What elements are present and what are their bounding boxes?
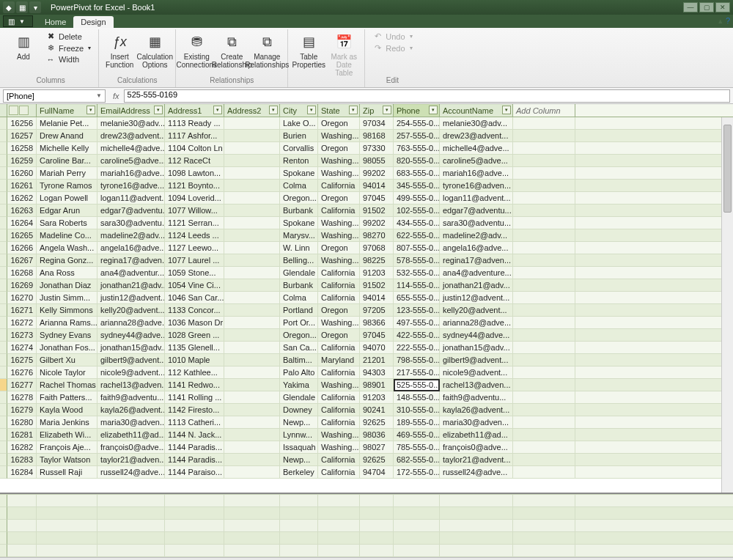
qat-dropdown-icon[interactable]: ▾: [29, 1, 41, 13]
cell-id[interactable]: 16261: [7, 180, 37, 192]
cell-zp[interactable]: 94303: [360, 366, 394, 379]
cell-a2[interactable]: [224, 429, 280, 441]
vertical-scrollbar[interactable]: [721, 117, 733, 493]
excel-icon[interactable]: ▦: [16, 1, 28, 13]
cell-a1[interactable]: 1077 Willow...: [165, 205, 224, 217]
table-row[interactable]: 16279Kayla Woodkayla26@advent...1142 Fir…: [0, 404, 733, 416]
cell-a1[interactable]: 1144 Paradis...: [165, 454, 224, 466]
cell-id[interactable]: 16277: [7, 379, 37, 391]
cell-a1[interactable]: 1094 Loverid...: [165, 192, 224, 205]
cell-zp[interactable]: 92625: [360, 416, 394, 429]
cell-fn[interactable]: Michelle Kelly: [37, 142, 97, 155]
col-zip[interactable]: Zip▾: [360, 104, 394, 117]
cell-id[interactable]: 16259: [7, 155, 37, 167]
delete-button[interactable]: ✖Delete: [43, 31, 94, 42]
cell-st[interactable]: Washing...: [318, 379, 360, 391]
cell-ci[interactable]: Newp...: [280, 454, 318, 466]
cell-a2[interactable]: [224, 192, 280, 205]
filter-icon[interactable]: ▾: [383, 106, 391, 114]
table-row[interactable]: 16282François Aje...françois0@adve...114…: [0, 441, 733, 454]
col-city[interactable]: City▾: [280, 104, 318, 117]
cell-id[interactable]: 16276: [7, 366, 37, 379]
row-header[interactable]: [0, 317, 7, 329]
table-row[interactable]: 16262Logan Powelllogan11@advent...1094 L…: [0, 192, 733, 205]
cell-st[interactable]: California: [318, 342, 360, 354]
calc-options-button[interactable]: ▦Calculation Options: [139, 31, 171, 70]
cell-a1[interactable]: 1144 Paraiso...: [165, 466, 224, 479]
cell-ph[interactable]: 123-555-0...: [394, 304, 440, 317]
table-row[interactable]: 16275Gilbert Xugilbert9@advent...1010 Ma…: [0, 354, 733, 366]
cell-em[interactable]: kayla26@advent...: [97, 404, 165, 416]
cell-add[interactable]: [513, 254, 575, 267]
cell-em[interactable]: justin12@advent...: [97, 292, 165, 304]
cell-add[interactable]: [513, 180, 575, 192]
cell-em[interactable]: maria30@adven...: [97, 416, 165, 429]
row-header[interactable]: [0, 267, 7, 279]
cell-fn[interactable]: Caroline Bar...: [37, 155, 97, 167]
cell-st[interactable]: Oregon: [318, 117, 360, 130]
cell-ci[interactable]: Yakima: [280, 379, 318, 391]
cell-st[interactable]: Oregon: [318, 242, 360, 254]
cell-zp[interactable]: 97330: [360, 142, 394, 155]
filter-icon[interactable]: ▾: [86, 106, 95, 114]
cell-add[interactable]: [513, 466, 575, 479]
cell-st[interactable]: Oregon: [318, 192, 360, 205]
cell-fn[interactable]: Kayla Wood: [37, 404, 97, 416]
cell-a1[interactable]: 1059 Stone...: [165, 267, 224, 279]
cell-ci[interactable]: Spokane: [280, 217, 318, 229]
cell-id[interactable]: 16272: [7, 317, 37, 329]
cell-add[interactable]: [513, 441, 575, 454]
mark-date-table-button[interactable]: 📅Mark as Date Table: [328, 31, 360, 78]
cell-a1[interactable]: 1127 Leewo...: [165, 242, 224, 254]
cell-zp[interactable]: 97034: [360, 117, 394, 130]
cell-fn[interactable]: François Aje...: [37, 441, 97, 454]
cell-a2[interactable]: [224, 205, 280, 217]
filter-icon[interactable]: ▾: [213, 106, 222, 114]
cell-ph[interactable]: 820-555-0...: [394, 155, 440, 167]
table-row[interactable]: 16257Drew Ananddrew23@advent...1117 Ashf…: [0, 130, 733, 142]
cell-a1[interactable]: 1144 N. Jack...: [165, 429, 224, 441]
cell-a1[interactable]: 1028 Green ...: [165, 329, 224, 342]
cell-st[interactable]: Washing...: [318, 155, 360, 167]
cell-zp[interactable]: 91502: [360, 205, 394, 217]
cell-ac[interactable]: jonathan15@adv...: [440, 342, 513, 354]
cell-ph[interactable]: 172-555-0...: [394, 466, 440, 479]
filter-icon[interactable]: ▾: [307, 106, 316, 114]
cell-ci[interactable]: Palo Alto: [280, 366, 318, 379]
cell-ph[interactable]: 807-555-0...: [394, 242, 440, 254]
cell-ac[interactable]: tyrone16@adven...: [440, 180, 513, 192]
table-row[interactable]: 16281Elizabeth Wi...elizabeth11@ad...114…: [0, 429, 733, 441]
table-row[interactable]: 16256Melanie Pet...melanie30@adv...1113 …: [0, 117, 733, 130]
cell-a1[interactable]: 1133 Concor...: [165, 304, 224, 317]
row-header[interactable]: [0, 454, 7, 466]
cell-a1[interactable]: 1036 Mason Dr: [165, 317, 224, 329]
cell-add[interactable]: [513, 391, 575, 404]
row-header[interactable]: [0, 342, 7, 354]
row-header[interactable]: [0, 205, 7, 217]
cell-a1[interactable]: 1144 Paradis...: [165, 441, 224, 454]
cell-a2[interactable]: [224, 404, 280, 416]
cell-a2[interactable]: [224, 342, 280, 354]
cell-ci[interactable]: Burbank: [280, 205, 318, 217]
cell-ph[interactable]: 114-555-0...: [394, 279, 440, 292]
cell-ci[interactable]: Burbank: [280, 279, 318, 292]
cell-id[interactable]: 16284: [7, 466, 37, 479]
calc-row[interactable]: [0, 495, 733, 507]
cell-id[interactable]: 16270: [7, 292, 37, 304]
cell-em[interactable]: melanie30@adv...: [97, 117, 165, 130]
cell-id[interactable]: 16265: [7, 229, 37, 242]
cell-ci[interactable]: Burien: [280, 130, 318, 142]
cell-fn[interactable]: Arianna Rams...: [37, 317, 97, 329]
cell-add[interactable]: [513, 342, 575, 354]
cell-a2[interactable]: [224, 292, 280, 304]
id-column-header[interactable]: [7, 104, 37, 117]
cell-ph[interactable]: 310-555-0...: [394, 404, 440, 416]
cell-ac[interactable]: ana4@adventure...: [440, 267, 513, 279]
cell-add[interactable]: [513, 192, 575, 205]
cell-ac[interactable]: elizabeth11@ad...: [440, 429, 513, 441]
cell-zp[interactable]: 97045: [360, 192, 394, 205]
cell-a1[interactable]: 1104 Colton Ln: [165, 142, 224, 155]
col-add-column[interactable]: Add Column: [513, 104, 575, 117]
cell-ac[interactable]: françois0@adve...: [440, 441, 513, 454]
cell-st[interactable]: Oregon: [318, 329, 360, 342]
